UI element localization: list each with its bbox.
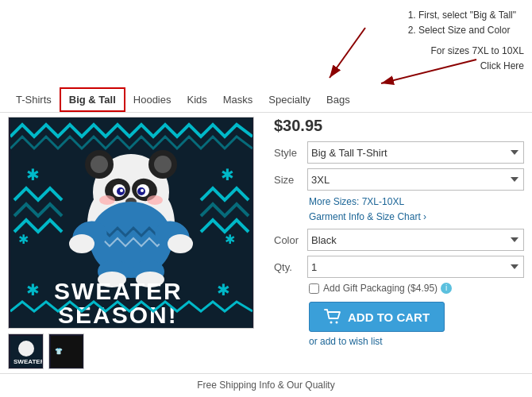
svg-text:SWEATER: SWEATER (54, 278, 183, 304)
garment-info-link[interactable]: Garment Info & Size Chart › (309, 211, 426, 222)
nav-item-masks[interactable]: Masks (215, 89, 261, 110)
size-select[interactable]: SMLXL 2XL3XL4XL 5XL6XL (307, 168, 524, 191)
qty-label: Qty. (274, 261, 307, 273)
gift-packaging-label: Add Gift Packaging ($4.95) (323, 283, 438, 294)
svg-point-32 (69, 234, 94, 253)
svg-point-24 (120, 189, 123, 192)
product-details: $30.95 Style T-Shirt Big & Tall T-Shirt … (270, 113, 532, 373)
style-select[interactable]: T-Shirt Big & Tall T-Shirt Long Sleeve H… (307, 141, 524, 164)
svg-point-16 (91, 156, 108, 173)
thumbnail-row: SWEATER 👕 (8, 333, 262, 369)
svg-text:✱: ✱ (225, 233, 235, 246)
color-label: Color (274, 234, 307, 246)
qty-row: Qty. 12345 (274, 256, 524, 278)
svg-point-17 (154, 156, 172, 173)
svg-point-27 (147, 195, 163, 205)
svg-text:✱: ✱ (217, 281, 230, 299)
footer-bar: Free Shipping Info & Our Quality (0, 373, 532, 397)
svg-text:✱: ✱ (18, 233, 29, 246)
garment-info-row: Garment Info & Size Chart › (309, 210, 524, 222)
svg-text:👕: 👕 (55, 347, 63, 355)
svg-point-42 (18, 341, 34, 357)
nav-item-bigtall[interactable]: Big & Tall (60, 87, 125, 112)
cart-icon (324, 309, 341, 325)
style-label: Style (274, 147, 307, 159)
gift-info-icon[interactable]: i (441, 283, 452, 294)
annotation-step2: 2. Select Size and Color (408, 25, 511, 36)
svg-text:SWEATER: SWEATER (13, 358, 42, 365)
svg-point-25 (141, 189, 144, 192)
nav-item-hoodies[interactable]: Hoodies (125, 89, 179, 110)
svg-point-47 (336, 322, 338, 324)
svg-point-46 (330, 322, 333, 324)
nav-item-specialty[interactable]: Specialty (260, 89, 318, 110)
add-to-cart-label: ADD TO CART (348, 310, 430, 324)
gift-packaging-row: Add Gift Packaging ($4.95) i (309, 283, 524, 294)
style-row: Style T-Shirt Big & Tall T-Shirt Long Sl… (274, 141, 524, 164)
more-sizes-row: More Sizes: 7XL-10XL (309, 195, 524, 207)
size-row: Size SMLXL 2XL3XL4XL 5XL6XL (274, 168, 524, 191)
wish-list-link[interactable]: or add to wish list (309, 336, 524, 347)
color-select[interactable]: Black Navy Dark Heather Forest Green (307, 229, 524, 251)
gift-packaging-checkbox[interactable] (309, 283, 319, 294)
svg-point-34 (168, 234, 193, 253)
svg-point-26 (99, 195, 115, 205)
color-row: Color Black Navy Dark Heather Forest Gre… (274, 229, 524, 251)
nav-item-bags[interactable]: Bags (318, 89, 358, 110)
size-label: Size (274, 174, 307, 186)
thumbnail-1[interactable]: SWEATER (8, 333, 44, 369)
svg-text:✱: ✱ (26, 281, 40, 299)
svg-text:✱: ✱ (26, 166, 40, 183)
product-image-area: ✱ ✱ ✱ ✱ ✱ ✱ It's (0, 113, 270, 373)
nav-bar: T-Shirts Big & Tall Hoodies Kids Masks S… (0, 87, 532, 113)
nav-item-tshirts[interactable]: T-Shirts (8, 89, 60, 110)
thumbnail-2[interactable]: 👕 (48, 333, 84, 369)
more-sizes-link[interactable]: More Sizes: 7XL-10XL (309, 196, 404, 207)
footer-text: Free Shipping Info & Our Quality (197, 380, 334, 391)
product-price: $30.95 (274, 117, 524, 135)
qty-select[interactable]: 12345 (307, 256, 524, 278)
annotation-note: For sizes 7XL to 10XL Click Here (430, 45, 524, 71)
svg-text:✱: ✱ (221, 166, 234, 183)
main-product-image: ✱ ✱ ✱ ✱ ✱ ✱ It's (8, 117, 254, 329)
add-to-cart-button[interactable]: ADD TO CART (309, 302, 445, 332)
nav-item-kids[interactable]: Kids (179, 89, 214, 110)
annotation-step1: 1. First, select "Big & Tall" (408, 10, 516, 21)
